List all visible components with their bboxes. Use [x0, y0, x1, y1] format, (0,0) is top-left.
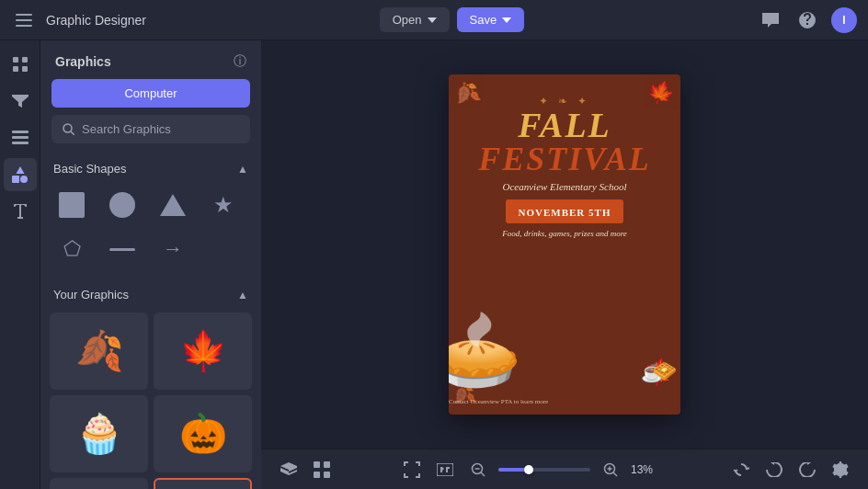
- topbar-left: Graphic Designer: [11, 7, 146, 33]
- shape-pentagon[interactable]: ⬠: [53, 231, 90, 267]
- basic-shapes-title: Basic Shapes: [53, 162, 127, 176]
- your-graphics-title: Your Graphics: [53, 288, 129, 301]
- topbar: Graphic Designer Open Save I: [0, 0, 868, 40]
- graphic-item-1[interactable]: 🍂: [50, 313, 148, 390]
- your-graphics-section-header[interactable]: Your Graphics ▲: [40, 279, 261, 309]
- graphic-item-3[interactable]: 🧁: [50, 395, 148, 472]
- sidebar-panel: Graphics ⓘ Computer Search Graphics Basi…: [40, 40, 261, 489]
- topbar-center: Open Save: [380, 7, 524, 32]
- graphics-grid: 🍂 🍁 🧁 🎃 🍂 🥧 Drag or Double Click: [40, 309, 261, 489]
- graphic-item-2[interactable]: 🍁: [154, 313, 252, 390]
- poster-pie: 🥧: [449, 313, 522, 387]
- icon-bar-filter[interactable]: [4, 85, 37, 118]
- search-graphics-button[interactable]: Search Graphics: [51, 115, 250, 143]
- shapes-grid: ★ ⬠ →: [40, 183, 261, 279]
- sidebar-header: Graphics ⓘ: [40, 40, 261, 79]
- refresh-icon[interactable]: [728, 457, 754, 483]
- svg-line-21: [481, 472, 485, 476]
- svg-rect-5: [13, 66, 18, 72]
- aspect-ratio-icon[interactable]: [432, 457, 458, 483]
- svg-line-13: [71, 131, 74, 135]
- svg-rect-0: [16, 14, 32, 16]
- svg-rect-16: [314, 472, 320, 478]
- app-title: Graphic Designer: [46, 13, 146, 28]
- svg-rect-14: [314, 461, 320, 468]
- shape-square[interactable]: [53, 187, 90, 223]
- graphic-item-5[interactable]: 🍂: [50, 478, 148, 489]
- bottom-left: [276, 457, 335, 483]
- settings-icon[interactable]: [828, 457, 853, 483]
- svg-rect-18: [437, 463, 453, 476]
- undo-icon[interactable]: [761, 457, 787, 483]
- poster-food: 🧇: [652, 359, 677, 383]
- sidebar-buttons: Computer Search Graphics: [40, 79, 261, 153]
- poster[interactable]: 🍂 🍁 🍁 🍂 ✦ ❧ ✦ FALL FESTIVAL Oceanview El…: [449, 74, 680, 415]
- graphic-item-6[interactable]: 🥧 Drag or Double Click: [154, 478, 252, 489]
- comment-icon[interactable]: [758, 7, 783, 33]
- bottom-right: [728, 457, 853, 483]
- poster-desc: Food, drinks, games, prizes and more: [502, 229, 627, 238]
- svg-rect-9: [12, 142, 29, 144]
- search-label: Search Graphics: [82, 122, 171, 136]
- svg-point-12: [63, 124, 72, 132]
- shape-circle[interactable]: [104, 187, 141, 223]
- save-button[interactable]: Save: [457, 7, 525, 32]
- avatar[interactable]: I: [831, 7, 857, 33]
- layers-icon[interactable]: [276, 457, 302, 483]
- panel-title: Graphics: [55, 54, 111, 69]
- icon-bar-home[interactable]: [4, 48, 37, 81]
- svg-point-11: [20, 176, 28, 183]
- svg-rect-4: [22, 57, 28, 63]
- poster-school: Oceanview Elementary School: [502, 181, 626, 192]
- main-area: Graphics ⓘ Computer Search Graphics Basi…: [0, 40, 868, 489]
- fit-icon[interactable]: [399, 457, 425, 483]
- shape-arrow[interactable]: →: [154, 231, 191, 267]
- graphic-item-4[interactable]: 🎃: [154, 395, 252, 472]
- svg-rect-6: [22, 66, 28, 72]
- icon-bar-shapes[interactable]: [4, 158, 37, 191]
- bottom-center: 13%: [399, 457, 664, 483]
- svg-rect-8: [12, 136, 29, 139]
- poster-contact: Contact Oceanview PTA to learn more: [449, 398, 548, 405]
- poster-date: NOVEMBER 5TH: [519, 207, 611, 218]
- zoom-out-icon[interactable]: [465, 457, 491, 483]
- basic-shapes-section-header[interactable]: Basic Shapes ▲: [40, 153, 261, 183]
- topbar-right: I: [758, 7, 857, 33]
- canvas-area: 🍂 🍁 🍁 🍂 ✦ ❧ ✦ FALL FESTIVAL Oceanview El…: [261, 40, 868, 489]
- zoom-slider[interactable]: [498, 468, 590, 472]
- svg-rect-7: [12, 131, 29, 133]
- canvas-container: 🍂 🍁 🍁 🍂 ✦ ❧ ✦ FALL FESTIVAL Oceanview El…: [261, 40, 868, 449]
- svg-rect-17: [324, 472, 330, 478]
- svg-line-25: [613, 472, 617, 476]
- poster-title-line1: FALL: [518, 108, 611, 142]
- redo-icon[interactable]: [794, 457, 820, 483]
- shape-triangle[interactable]: [154, 187, 191, 223]
- svg-rect-3: [13, 57, 18, 63]
- icon-bar: [0, 40, 40, 489]
- svg-rect-10: [12, 176, 19, 183]
- svg-rect-15: [324, 461, 330, 468]
- grid-icon[interactable]: [309, 457, 335, 483]
- bottom-bar: 13%: [261, 449, 868, 489]
- svg-rect-1: [16, 19, 32, 21]
- help-icon[interactable]: [794, 7, 820, 33]
- info-icon[interactable]: ⓘ: [234, 53, 246, 70]
- zoom-in-icon[interactable]: [598, 457, 623, 483]
- poster-title-line2: FESTIVAL: [478, 142, 650, 176]
- poster-date-box: NOVEMBER 5TH: [506, 199, 624, 223]
- zoom-percent: 13%: [631, 463, 664, 476]
- menu-icon[interactable]: [11, 7, 37, 33]
- shape-line[interactable]: [104, 231, 141, 267]
- icon-bar-text[interactable]: [4, 195, 37, 228]
- basic-shapes-chevron: ▲: [237, 163, 248, 176]
- shape-star[interactable]: ★: [205, 187, 242, 223]
- your-graphics-chevron: ▲: [237, 289, 248, 301]
- open-button[interactable]: Open: [380, 7, 450, 32]
- icon-bar-grid[interactable]: [4, 121, 37, 154]
- computer-button[interactable]: Computer: [51, 79, 250, 108]
- svg-rect-2: [16, 25, 32, 27]
